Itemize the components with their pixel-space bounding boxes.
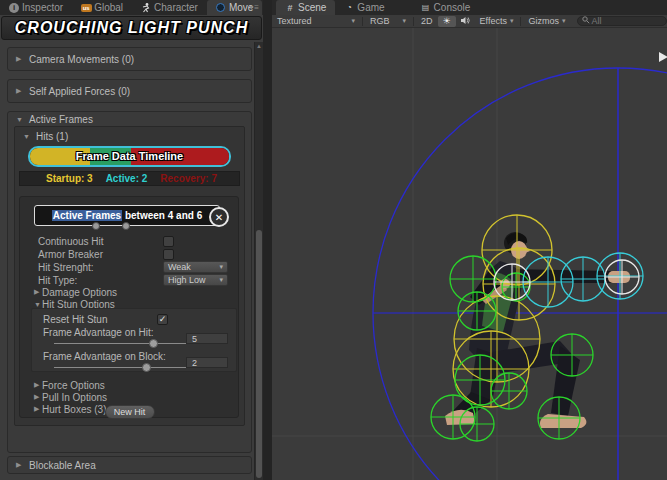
fa-hit-slider[interactable]	[54, 343, 206, 344]
fa-block-value-field[interactable]: 2	[186, 357, 228, 368]
timeline-bar	[28, 146, 231, 167]
popup-arrow-icon: ▾	[562, 17, 566, 25]
dropdown-arrow-icon: ▾	[219, 263, 223, 271]
toolbar-divider	[520, 17, 521, 26]
tab-console[interactable]: ▤ Console	[412, 0, 480, 15]
section-label: Self Applied Forces (0)	[29, 86, 130, 97]
effects-dropdown[interactable]: Effects ▾	[475, 15, 519, 27]
scene-viewport[interactable]	[272, 28, 667, 480]
fa-hit-slider-row: 5	[43, 338, 232, 350]
button-label: New Hit	[114, 407, 146, 417]
hit-strength-row: Hit Strenght: Weak ▾	[38, 261, 230, 273]
hit-stun-box: Reset Hit Stun ✓ Frame Advantage on Hit:…	[31, 308, 237, 372]
move-title: CROUCHING LIGHT PUNCH	[15, 19, 248, 37]
render-mode-dropdown[interactable]: RGB ▾	[365, 15, 411, 27]
range-min-handle[interactable]	[92, 222, 100, 230]
field-label: Continuous Hit	[38, 236, 104, 247]
speaker-icon	[461, 16, 470, 27]
tab-label: Inspector	[22, 2, 63, 13]
fa-hit-value-field[interactable]: 5	[186, 333, 228, 344]
foldout-collapsed-icon: ▶	[16, 87, 24, 95]
continuous-hit-checkbox[interactable]	[163, 236, 174, 247]
fa-block-slider[interactable]	[54, 367, 206, 368]
scene-panel: # Scene ◔ Game ▤ Console Textured ▾ RGB …	[272, 0, 667, 480]
lighting-toggle-button[interactable]: ☀	[438, 16, 456, 27]
timeline-segment-startup	[30, 148, 90, 165]
armor-breaker-row: Armor Breaker	[38, 248, 230, 260]
armor-breaker-checkbox[interactable]	[163, 249, 174, 260]
fa-hit-slider-handle[interactable]	[149, 339, 158, 348]
toggle-label: 2D	[421, 16, 433, 26]
hits-foldout[interactable]: ▼ Hits (1)	[23, 131, 68, 142]
inspector-scrollbar[interactable]: ▲	[254, 42, 263, 480]
startup-stat: Startup: 3	[46, 173, 93, 184]
force-options-foldout[interactable]: ▶ Force Options	[34, 379, 230, 391]
foldout-collapsed-icon: ▶	[34, 405, 42, 413]
field-value: 2	[192, 358, 197, 368]
search-icon	[582, 16, 590, 26]
tab-game[interactable]: ◔ Game	[335, 0, 393, 15]
toolbar-divider	[413, 17, 414, 26]
panel-menu-icon[interactable]: ▾≡	[249, 3, 260, 12]
foldout-label: Hurt Boxes (3)	[42, 404, 106, 415]
tab-character[interactable]: Character	[132, 0, 207, 15]
dropdown-value: RGB	[370, 16, 390, 26]
scrollbar-thumb[interactable]	[256, 230, 262, 478]
reset-hit-stun-row: Reset Hit Stun ✓	[43, 313, 232, 325]
tab-global[interactable]: us Global	[72, 0, 132, 15]
section-camera-movements[interactable]: ▶ Camera Movements (0)	[7, 47, 252, 71]
reset-hit-stun-checkbox[interactable]: ✓	[157, 314, 168, 325]
hit-type-dropdown[interactable]: High Low ▾	[163, 274, 228, 286]
hits-label: Hits (1)	[36, 131, 68, 142]
tab-scene[interactable]: # Scene	[276, 0, 335, 15]
toolbar-divider	[362, 17, 363, 26]
dropdown-arrow-icon: ▾	[219, 276, 223, 284]
audio-toggle-button[interactable]	[456, 15, 475, 27]
foldout-collapsed-icon: ▶	[16, 461, 24, 469]
timeline-segment-active	[90, 148, 132, 165]
section-label: Blockable Area	[29, 460, 96, 471]
tab-inspector[interactable]: i Inspector	[0, 0, 72, 15]
close-icon: ✕	[215, 212, 223, 223]
field-label: Hit Strenght:	[38, 262, 94, 273]
draw-mode-dropdown[interactable]: Textured ▾	[272, 15, 360, 27]
section-active-frames: ▼ Active Frames ▼ Hits (1) Frame Data Ti…	[7, 111, 252, 453]
new-hit-button[interactable]: New Hit	[105, 405, 155, 419]
continuous-hit-row: Continuous Hit	[38, 235, 230, 247]
foldout-label: Pull In Options	[42, 392, 107, 403]
check-icon: ✓	[159, 314, 167, 324]
section-blockable-area[interactable]: ▶ Blockable Area	[7, 456, 252, 474]
gizmos-dropdown[interactable]: Gizmos ▾	[523, 15, 570, 27]
inspector-panel: i Inspector us Global Character Move ▾≡ …	[0, 0, 263, 480]
foldout-collapsed-icon: ▶	[34, 393, 42, 401]
dropdown-value: Gizmos	[528, 16, 559, 26]
scroll-up-icon[interactable]: ▲	[256, 43, 262, 49]
active-frames-foldout[interactable]: ▼ Active Frames	[8, 112, 251, 126]
scene-toolbar: Textured ▾ RGB ▾ 2D ☀ Effects ▾	[272, 15, 667, 28]
tab-label: Game	[357, 2, 384, 13]
foldout-label: Damage Options	[42, 287, 117, 298]
scene-search-input[interactable]: All	[577, 16, 667, 26]
ufe-badge-icon: us	[81, 4, 92, 12]
section-self-applied-forces[interactable]: ▶ Self Applied Forces (0)	[7, 79, 252, 103]
section-label: Camera Movements (0)	[29, 54, 134, 65]
popup-arrow-icon: ▾	[510, 17, 514, 25]
foldout-label: Force Options	[42, 380, 105, 391]
hit-options-panel: Active Frames between 4 and 6 ✕ Continuo…	[19, 196, 239, 418]
frame-stats-row: Startup: 3 Active: 2 Recovery: 7	[19, 171, 240, 186]
panel-separator[interactable]	[263, 0, 272, 480]
hit-strength-dropdown[interactable]: Weak ▾	[163, 261, 228, 273]
fa-block-slider-handle[interactable]	[142, 363, 151, 372]
recovery-stat: Recovery: 7	[160, 173, 217, 184]
pull-in-options-foldout[interactable]: ▶ Pull In Options	[34, 391, 230, 403]
damage-options-foldout[interactable]: ▶ Damage Options	[34, 286, 230, 298]
range-max-handle[interactable]	[122, 222, 130, 230]
close-hit-button[interactable]: ✕	[209, 207, 229, 227]
2d-toggle-button[interactable]: 2D	[416, 15, 438, 27]
hits-panel: ▼ Hits (1) Frame Data Timeline Startup: …	[14, 126, 245, 426]
hit-type-row: Hit Type: High Low ▾	[38, 274, 230, 286]
dropdown-value: Effects	[480, 16, 507, 26]
field-label: Armor Breaker	[38, 249, 103, 260]
section-label: Active Frames	[29, 114, 93, 125]
range-highlight: Active Frames	[52, 210, 122, 221]
